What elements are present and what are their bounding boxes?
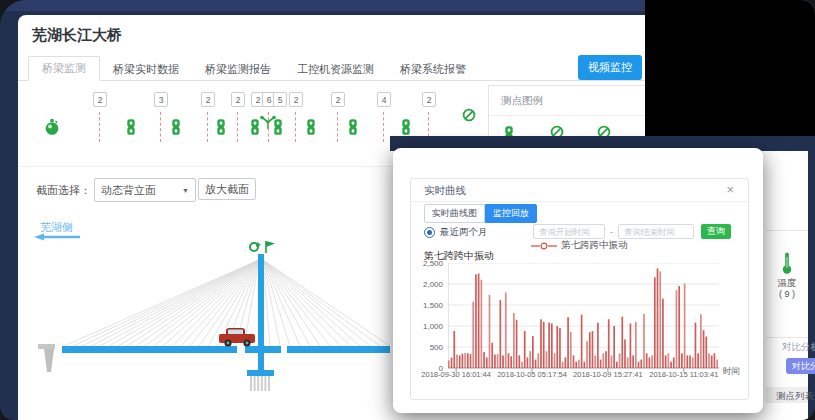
compare-analysis-button[interactable]: 对比分析 [786,358,815,374]
section-select-dropdown[interactable]: 动态背立面 ▼ [94,178,196,202]
point-list-label: 测点列表 [776,390,814,403]
section-select-label: 截面选择： [36,183,91,198]
legend-panel-title: 测点图例 [501,94,543,108]
sensor-dash-line [160,112,161,142]
compare-analysis-label: 对比分析 [782,341,815,354]
realtime-curve-modal: 实时曲线 × 实时曲线图监控回放 最近两个月 - 查询 第七跨跨中振动 第七跨跨… [410,178,749,400]
query-button[interactable]: 查询 [701,224,731,239]
modal-tab-0[interactable]: 实时曲线图 [424,204,485,223]
sensor-count-badge[interactable]: 4 [377,92,391,107]
main-tabbar: 桥梁监测桥梁实时数据桥梁监测报告工控机资源监测桥梁系统报警 [28,57,479,81]
modal-title: 实时曲线 [424,184,466,198]
close-icon[interactable]: × [720,182,740,197]
chain-icon[interactable] [170,118,182,140]
page-title: 芜湖长江大桥 [32,26,122,45]
thermometer-icon[interactable] [780,251,794,279]
app-canvas: 芜湖长江大桥 桥梁监测桥梁实时数据桥梁监测报告工控机资源监测桥梁系统报警 视频监… [0,0,815,420]
main-tab-0[interactable]: 桥梁监测 [28,56,100,81]
x-axis-name: 时间 [723,366,740,378]
sensor-dash-line [383,112,384,142]
sensor-count-badge[interactable]: 2 [422,92,436,107]
y-tick-label: 1,000 [411,322,443,331]
radio-label: 最近两个月 [440,226,488,239]
sensor-dash-line [237,112,238,142]
sensor-count-badge[interactable]: 5 [273,92,287,107]
sensor-count-badge[interactable]: 2 [289,92,303,107]
sensor-count-badge[interactable]: 2 [231,92,245,107]
range-separator: - [610,227,613,237]
sensor-count-badge[interactable]: 3 [154,92,168,107]
temperature-count: ( 9 ) [766,289,808,299]
y-tick-label: 2,500 [411,259,443,268]
right-sidebar-sliver: 温度 ( 9 ) 对比分析 对比分析 测点列表 [766,150,808,420]
black-overlay [645,0,815,144]
main-tab-2[interactable]: 桥梁监测报告 [192,58,284,81]
main-tab-3[interactable]: 工控机资源监测 [284,58,387,81]
query-end-time-input[interactable] [618,224,694,239]
stopwatch-icon[interactable] [44,118,60,140]
x-tick-label: 2018-10-15 11:03:41 [639,370,729,379]
y-tick-label: 2,000 [411,280,443,289]
radio-icon[interactable] [424,227,435,238]
sensor-dash-line [337,112,338,142]
sensor-count-badge[interactable]: 2 [331,92,345,107]
sensor-count-badge[interactable]: 2 [93,92,107,107]
modal-tabbar: 实时曲线图监控回放 [424,204,537,223]
bridge-schematic [18,240,390,420]
modal-tab-1[interactable]: 监控回放 [485,204,537,223]
chain-icon[interactable] [272,118,284,140]
chain-icon[interactable] [125,118,137,140]
section-select-value: 动态背立面 [101,183,156,198]
y-tick-label: 500 [411,343,443,352]
sensor-count-badge[interactable]: 2 [201,92,215,107]
ban-icon[interactable] [462,108,476,126]
point-list-bar[interactable]: 测点列表 [766,387,808,403]
caret-down-icon: ▼ [182,187,189,194]
y-tick-label: 1,500 [411,301,443,310]
chart-plot [448,263,719,375]
chain-icon[interactable] [347,118,359,140]
main-tab-1[interactable]: 桥梁实时数据 [100,58,192,81]
sidebar-divider [766,337,808,338]
sidebar-divider [766,230,808,231]
chain-icon[interactable] [215,118,227,140]
legend-label: 第七跨跨中振动 [561,239,628,252]
sensor-dash-line [268,112,269,142]
modal-header: 实时曲线 × [411,179,748,202]
main-tab-4[interactable]: 桥梁系统报警 [387,58,479,81]
legend-marker-icon [531,242,557,250]
enlarge-section-button[interactable]: 放大截面 [198,178,256,200]
sensor-dash-line [207,112,208,142]
recent-two-months-radio[interactable]: 最近两个月 [424,226,488,239]
chain-icon[interactable] [305,118,317,140]
sensor-dash-line [295,112,296,142]
sensor-dash-line [99,112,100,142]
curve-popup-window: 实时曲线 × 实时曲线图监控回放 最近两个月 - 查询 第七跨跨中振动 第七跨跨… [393,148,763,413]
video-monitor-button[interactable]: 视频监控 [578,55,642,80]
query-start-time-input[interactable] [533,224,605,239]
